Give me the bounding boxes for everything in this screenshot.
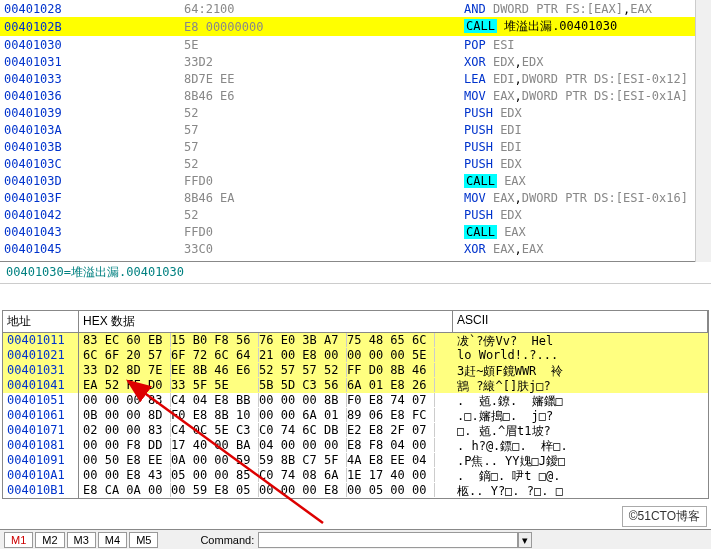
disasm-row[interactable]: 004010368B46 E6MOV EAX,DWORD PTR DS:[ESI… [0, 87, 706, 104]
disasm-address: 0040102B [0, 17, 74, 36]
disasm-row[interactable]: 0040103A57PUSH EDI [0, 121, 706, 138]
command-dropdown-icon[interactable]: ▾ [518, 532, 532, 548]
dump-row[interactable]: 0040101183 EC 60 EB15 B0 F8 5676 E0 3B A… [3, 333, 708, 348]
memory-tab-m3[interactable]: M3 [67, 532, 96, 548]
disasm-bytes: 52 [180, 104, 460, 121]
dump-ascii: . 兡.鐐. 嬸鑞□ [453, 393, 708, 408]
dump-address: 00401011 [3, 333, 79, 348]
disasm-row[interactable]: 0040103B57PUSH EDI [0, 138, 706, 155]
disasm-mark [74, 257, 180, 261]
disasm-bytes: E8 00000000 [180, 17, 460, 36]
hex-dump-panel[interactable]: 地址 HEX 数据 ASCII 0040101183 EC 60 EB15 B0… [2, 310, 709, 499]
dump-row[interactable]: 0040105100 00 00 83C4 04 E8 BB00 00 00 8… [3, 393, 708, 408]
disasm-row[interactable]: 00401043FFD0CALL EAX [0, 223, 706, 240]
dump-address: 00401031 [3, 363, 79, 378]
disasm-instruction: PUSH EDX [460, 155, 706, 172]
disasm-address: 00401045 [0, 240, 74, 257]
disasm-bytes: 64:2100 [180, 0, 460, 17]
dump-ascii: lo World!.?... [453, 348, 708, 363]
disasm-mark [74, 36, 180, 53]
disassembly-list[interactable]: 0040102864:2100AND DWORD PTR FS:[EAX],EA… [0, 0, 706, 261]
dump-ascii: 冹`?傍Vv? Hel [453, 333, 708, 348]
disassembly-panel[interactable]: 0040102864:2100AND DWORD PTR FS:[EAX],EA… [0, 0, 711, 262]
disasm-mark [74, 87, 180, 104]
disasm-address: 00401036 [0, 87, 74, 104]
dump-address: 004010A1 [3, 468, 79, 483]
dump-row[interactable]: 0040109100 50 E8 EE0A 00 00 5959 8B C7 5… [3, 453, 708, 468]
disasm-row[interactable]: 0040102BE8 00000000CALL 堆溢出漏.00401030 [0, 17, 706, 36]
disasm-instruction: CALL 堆溢出漏.00401030 [460, 17, 706, 36]
memory-tab-m4[interactable]: M4 [98, 532, 127, 548]
dump-ascii: .P焦.. YY媿□J鑀□ [453, 453, 708, 468]
disasm-row[interactable]: 004010338D7E EELEA EDI,DWORD PTR DS:[ESI… [0, 70, 706, 87]
disasm-address: 0040103B [0, 138, 74, 155]
disasm-mark [74, 121, 180, 138]
disasm-row[interactable]: 0040103133D2XOR EDX,EDX [0, 53, 706, 70]
disasm-row[interactable]: 0040103C52PUSH EDX [0, 155, 706, 172]
disasm-bytes: 57 [180, 121, 460, 138]
dump-hex: 02 00 00 83C4 0C 5E C3C0 74 6C DBE2 E8 2… [79, 423, 453, 438]
disasm-row[interactable]: 004010475FPOP EDI [0, 257, 706, 261]
dump-ascii: 柩.. Y?□. ?□. □ [453, 483, 708, 498]
dump-ascii: 3赶~頗F鏡WWR 袊 [453, 363, 708, 378]
dump-row[interactable]: 004010A100 00 E8 4305 00 00 85C0 74 08 6… [3, 468, 708, 483]
dump-row[interactable]: 0040107102 00 00 83C4 0C 5E C3C0 74 6C D… [3, 423, 708, 438]
command-input[interactable] [258, 532, 518, 548]
dump-hex: EA 52 FF D033 5F 5E5B 5D C3 566A 01 E8 2… [79, 378, 453, 393]
status-line: 00401030=堆溢出漏.00401030 [0, 262, 711, 284]
disasm-mark [74, 240, 180, 257]
dump-address: 00401091 [3, 453, 79, 468]
dump-hex: 00 00 F8 DD17 40 00 BA04 00 00 00E8 F8 0… [79, 438, 453, 453]
disasm-bytes: 52 [180, 155, 460, 172]
disasm-instruction: PUSH EDI [460, 138, 706, 155]
disasm-address: 00401043 [0, 223, 74, 240]
disasm-bytes: 5E [180, 36, 460, 53]
dump-ascii: 鶷 ?縗^[]肤j□? [453, 378, 708, 393]
dump-row[interactable]: 0040103133 D2 8D 7EEE 8B 46 E652 57 57 5… [3, 363, 708, 378]
disasm-mark [74, 53, 180, 70]
dump-row[interactable]: 004010216C 6F 20 576F 72 6C 6421 00 E8 0… [3, 348, 708, 363]
disasm-mark [74, 223, 180, 240]
dump-address: 00401061 [3, 408, 79, 423]
dump-row[interactable]: 004010610B 00 00 8DF0 E8 8B 1000 00 6A 0… [3, 408, 708, 423]
dump-address: 00401081 [3, 438, 79, 453]
dump-row[interactable]: 0040108100 00 F8 DD17 40 00 BA04 00 00 0… [3, 438, 708, 453]
memory-tab-m5[interactable]: M5 [129, 532, 158, 548]
disasm-row[interactable]: 004010305EPOP ESI [0, 36, 706, 53]
dump-hex: 00 00 E8 4305 00 00 85C0 74 08 6A1E 17 4… [79, 468, 453, 483]
disasm-row[interactable]: 0040104533C0XOR EAX,EAX [0, 240, 706, 257]
disasm-address: 00401047 [0, 257, 74, 261]
dump-address: 00401041 [3, 378, 79, 393]
disasm-mark [74, 155, 180, 172]
dump-hex: 6C 6F 20 576F 72 6C 6421 00 E8 0000 00 0… [79, 348, 453, 363]
dump-body[interactable]: 0040101183 EC 60 EB15 B0 F8 5676 E0 3B A… [3, 333, 708, 498]
disasm-row[interactable]: 0040104252PUSH EDX [0, 206, 706, 223]
dump-row[interactable]: 00401041EA 52 FF D033 5F 5E5B 5D C3 566A… [3, 378, 708, 393]
dump-address: 00401021 [3, 348, 79, 363]
disasm-row[interactable]: 0040103952PUSH EDX [0, 104, 706, 121]
disasm-mark [74, 104, 180, 121]
memory-tab-m1[interactable]: M1 [4, 532, 33, 548]
disasm-row[interactable]: 0040103F8B46 EAMOV EAX,DWORD PTR DS:[ESI… [0, 189, 706, 206]
disasm-instruction: PUSH EDX [460, 104, 706, 121]
disasm-mark [74, 206, 180, 223]
disasm-mark [74, 138, 180, 155]
scrollbar-vertical[interactable] [695, 0, 711, 262]
dump-address: 00401071 [3, 423, 79, 438]
dump-header-hex: HEX 数据 [79, 311, 453, 332]
disasm-instruction: MOV EAX,DWORD PTR DS:[ESI-0x16] [460, 189, 706, 206]
disasm-mark [74, 172, 180, 189]
command-label: Command: [200, 534, 254, 546]
disasm-bytes: 33D2 [180, 53, 460, 70]
memory-tab-m2[interactable]: M2 [35, 532, 64, 548]
watermark: ©51CTO博客 [622, 506, 707, 527]
disasm-row[interactable]: 0040102864:2100AND DWORD PTR FS:[EAX],EA… [0, 0, 706, 17]
dump-row[interactable]: 004010B1E8 CA 0A 0000 59 E8 0500 00 00 E… [3, 483, 708, 498]
disasm-row[interactable]: 0040103DFFD0CALL EAX [0, 172, 706, 189]
disasm-mark [74, 70, 180, 87]
disasm-address: 00401042 [0, 206, 74, 223]
dump-ascii: . h?@.鏢□. 梓□. [453, 438, 708, 453]
disasm-address: 00401030 [0, 36, 74, 53]
disasm-bytes: 8B46 EA [180, 189, 460, 206]
disasm-bytes: 8B46 E6 [180, 87, 460, 104]
